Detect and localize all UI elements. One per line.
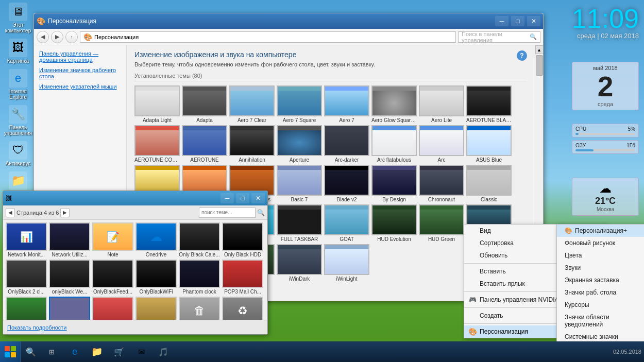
ram-bar-fill (575, 149, 594, 151)
desktop-icon-ie[interactable]: e InternetExplore (3, 69, 33, 100)
picker-label-net-util: Network Utiliz... (49, 252, 90, 257)
taskbar: 🔍 ⊞ e 📁 🛒 ✉ 🎵 02.05.2018 (0, 341, 644, 362)
scroll-up-button[interactable]: ▲ (535, 45, 544, 54)
taskbar-app-mail[interactable]: ✉ (131, 342, 151, 361)
theme-item-arc[interactable]: Arc (419, 125, 464, 163)
back-button[interactable]: ◀ (37, 31, 49, 43)
theme-item-annihilation[interactable]: Annihilation (229, 125, 275, 163)
taskbar-app-store[interactable]: 🛒 (109, 342, 129, 361)
theme-item-iwinlight[interactable]: iWinLight (324, 244, 369, 282)
desktop-icon-panel[interactable]: 🔧 Панельуправления (3, 105, 33, 136)
picker-item-net-util[interactable]: Network Utiliz... (49, 222, 90, 257)
sidebar-link-cursors[interactable]: Изменение указателей мыши (39, 83, 121, 90)
picker-item-pop3[interactable]: POP3 Mail Ch... (222, 260, 263, 295)
mini-titlebar-aerotune-black (467, 87, 511, 91)
picker-item-only-black-wifi[interactable]: OnlyBlackWiFi (135, 260, 177, 295)
picker-item-recycle-bin[interactable]: Recycle Bin (179, 297, 220, 320)
scroll-thumb[interactable] (536, 55, 543, 76)
desktop-icons-label: Значки раб. стола (565, 289, 616, 296)
theme-name-full-taskbar: FULL TASKBAR (277, 236, 322, 242)
desktop-icon-image[interactable]: 🖼 Картинка (3, 39, 33, 64)
theme-item-aeroglow[interactable]: Aero Glow Square 10 (371, 85, 417, 123)
picker-item-phantom[interactable]: Phantom clock (179, 260, 220, 295)
theme-item-arc-darker[interactable]: Arc-darker (324, 125, 369, 163)
desktop-icon-folder[interactable]: 📁 (3, 171, 33, 191)
theme-item-aerotune-coral[interactable]: AEROTUNE CORAL (134, 125, 180, 163)
up-button[interactable]: ↑ (65, 31, 78, 43)
address-bar[interactable]: 🎨 Персонализация (80, 31, 456, 43)
submenu-desktop-bg[interactable]: Фоновый рисунок (557, 237, 644, 249)
theme-item-bydesign[interactable]: By Design (371, 165, 417, 202)
mini-titlebar-arc-darker (325, 126, 368, 130)
theme-item-aperture[interactable]: Aperture (277, 125, 322, 163)
mini-window-aero7clear (230, 87, 274, 115)
minimize-button[interactable]: ─ (495, 16, 509, 26)
picker-titlebar-icon: 🖼 (6, 195, 12, 202)
submenu-personalize-plus[interactable]: 🎨 Персонализация+ (557, 225, 644, 237)
picker-maximize[interactable]: □ (236, 193, 249, 203)
picker-item-pure-flat-2[interactable]: Pure Flat 2013... (135, 297, 177, 320)
picker-search-input[interactable] (199, 208, 256, 218)
picker-item-power[interactable]: Power Status (6, 297, 47, 320)
picker-item-only-black-2[interactable]: OnlyBlack 2 cl... (6, 260, 47, 295)
desktop-icon-antivirus[interactable]: 🛡 Антивирус (3, 141, 33, 166)
picker-item-only-black-we[interactable]: onlyBlack We... (49, 260, 90, 295)
help-button[interactable]: ? (517, 50, 527, 61)
submenu-notif-icons[interactable]: Значки области уведомлений (557, 311, 644, 331)
theme-item-goat[interactable]: GOAT (324, 204, 369, 242)
picker-item-only-black-feed[interactable]: OnlyBlackFeed... (92, 260, 133, 295)
theme-item-iwindark[interactable]: iWinDark (277, 244, 322, 282)
theme-item-adapta[interactable]: Adapta (182, 85, 227, 123)
submenu-screensaver[interactable]: Экранная заставка (557, 274, 644, 286)
theme-item-classic[interactable]: Classic (466, 165, 512, 202)
submenu-colors[interactable]: Цвета (557, 249, 644, 262)
close-button[interactable]: ✕ (527, 16, 540, 26)
theme-item-full-taskbar[interactable]: FULL TASKBAR (277, 204, 322, 242)
picker-item-only-black-hdd[interactable]: Only Black HDD (222, 222, 263, 257)
theme-item-arc-flat[interactable]: Arc flatabulous (371, 125, 417, 163)
prev-page-button[interactable]: ◀ (6, 208, 15, 217)
forward-button[interactable]: ▶ (51, 31, 63, 43)
taskbar-app-music[interactable]: 🎵 (153, 342, 174, 361)
theme-thumbnail-arc-flat (371, 125, 417, 156)
next-page-button[interactable]: ▶ (60, 208, 70, 217)
sidebar-link-icons[interactable]: Изменение значков рабочего стола (39, 67, 121, 79)
theme-item-blade[interactable]: Blade v2 (324, 165, 369, 202)
maximize-button[interactable]: □ (511, 16, 524, 26)
picker-search-icon[interactable]: 🔍 (257, 209, 265, 216)
picker-item-only-black-cal[interactable]: Only Black Cale... (179, 222, 220, 257)
picker-item-onedrive[interactable]: Onedrive (135, 222, 177, 257)
theme-item-aerolite[interactable]: Aero Lite (419, 85, 464, 123)
picker-item-pure-flat-1[interactable]: Pure Flat 2013... (92, 297, 133, 320)
picker-item-recyclebin[interactable]: Recyclebin (222, 297, 263, 320)
sidebar-link-home[interactable]: Панель управления — домашняя страница (39, 50, 121, 63)
search-bar[interactable]: Поиск в панели управления 🔍 (458, 31, 540, 43)
submenu-desktop-icons[interactable]: Значки раб. стола (557, 286, 644, 299)
theme-item-basic7[interactable]: Basic 7 (277, 165, 322, 202)
theme-item-aero7clear[interactable]: Aero 7 Clear (229, 85, 275, 123)
picker-item-net-mon[interactable]: Network Monit... (6, 222, 47, 257)
submenu-cursors[interactable]: Курсоры (557, 299, 644, 311)
theme-item-aero7sq[interactable]: Aero 7 Square (277, 85, 322, 123)
picker-close[interactable]: ✕ (251, 193, 265, 203)
theme-item-adapta-light[interactable]: Adapta Light (134, 85, 180, 123)
theme-item-aerotune[interactable]: AEROTUNE (182, 125, 227, 163)
picker-minimize[interactable]: ─ (221, 193, 234, 203)
theme-item-aerotune-black[interactable]: AEROTUNE BLACK (466, 85, 512, 123)
mini-body-aerotune-coral (135, 130, 179, 155)
picker-item-pricedown[interactable]: Pricedown Clock (49, 297, 90, 320)
taskbar-app-folder[interactable]: 📁 (87, 342, 107, 361)
theme-item-hud-green[interactable]: HUD Green (419, 204, 464, 242)
theme-item-hud-evolution[interactable]: HUD Evolution (371, 204, 417, 242)
taskbar-search-button[interactable]: 🔍 (21, 341, 41, 362)
desktop-icon-computer[interactable]: 🖥 Этоткомпьютер (3, 3, 33, 33)
taskbar-app-ie[interactable]: e (64, 342, 85, 361)
submenu-sounds[interactable]: Звуки (557, 262, 644, 274)
taskbar-task-button[interactable]: ⊞ (41, 341, 62, 362)
theme-item-asus-blue[interactable]: ASUS Blue (466, 125, 512, 163)
theme-item-chrono[interactable]: Chrononaut (419, 165, 464, 202)
show-details-link[interactable]: Показать подробности (7, 324, 66, 331)
start-button[interactable] (0, 341, 21, 362)
theme-item-aero7[interactable]: Aero 7 (324, 85, 369, 123)
picker-item-note[interactable]: Note (92, 222, 133, 257)
